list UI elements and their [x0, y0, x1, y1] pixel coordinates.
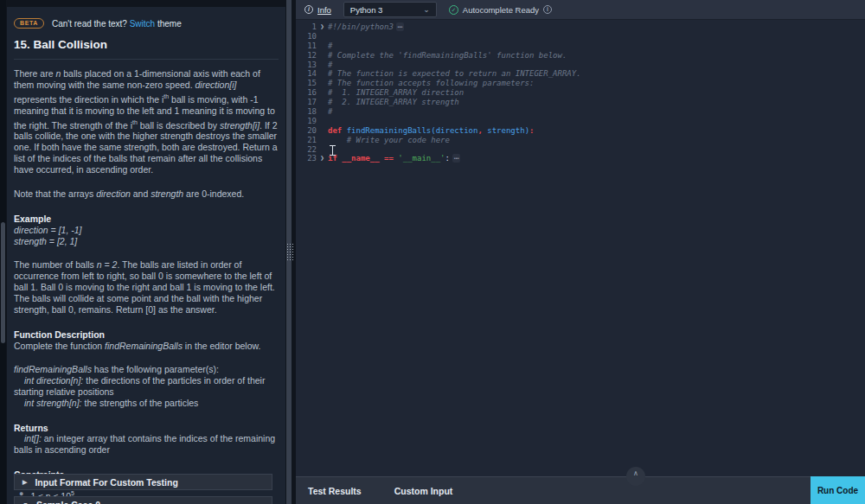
- fold-arrow-icon[interactable]: ❯: [317, 22, 328, 32]
- line-number: 23: [296, 154, 317, 163]
- fold-gutter: [317, 69, 328, 79]
- input-format-collapse-bar[interactable]: ▶ Input Format For Custom Testing: [14, 474, 272, 490]
- parameter-strength: int strength[n]: the strengths of the pa…: [14, 398, 279, 409]
- autocomplete-label: Autocomplete Ready: [463, 5, 539, 15]
- line-number: 15: [296, 79, 317, 88]
- info-icon: i: [304, 5, 313, 14]
- fold-gutter: [317, 98, 328, 107]
- code-text: #!/bin/python3⋯: [328, 22, 404, 32]
- problem-title: 15. Ball Collision: [14, 38, 279, 51]
- fold-gutter: [317, 136, 328, 145]
- parameters-intro: findRemainingBalls has the following par…: [14, 364, 279, 375]
- theme-switch-row: BETA Can't read the text? Switch theme: [14, 18, 279, 29]
- parameter-direction: int direction[n]: the directions of the …: [14, 375, 279, 398]
- code-line: 13#: [296, 61, 865, 70]
- code-line: 12# Complete the 'findRemainingBalls' fu…: [296, 51, 865, 61]
- text-cursor-pointer: [330, 145, 336, 156]
- line-number: 12: [296, 51, 317, 61]
- line-number: 10: [296, 32, 317, 41]
- code-line: 10: [296, 32, 865, 41]
- chevron-down-icon: ⌄: [423, 5, 430, 14]
- line-number: 16: [296, 88, 317, 98]
- autocomplete-status: ✓ Autocomplete Ready i: [449, 5, 552, 15]
- example-direction: direction = [1, -1]: [14, 225, 279, 236]
- fold-gutter: [317, 117, 328, 126]
- code-text: if __name__ == '__main__':⋯: [328, 154, 460, 163]
- code-line: 17# 2. INTEGER_ARRAY strength: [296, 98, 865, 107]
- code-line: 1❯#!/bin/python3⋯: [296, 22, 865, 32]
- example-heading: Example: [14, 214, 279, 224]
- editor-toolbar: i Info Python 3 ⌄ ✓ Autocomplete Ready i: [296, 0, 865, 20]
- line-number: 11: [296, 41, 317, 51]
- fold-gutter: [317, 107, 328, 117]
- sample-case-collapse-bar[interactable]: ▼ Sample Case 0: [14, 496, 272, 504]
- code-line: 11#: [296, 41, 865, 51]
- drag-handle-icon[interactable]: [286, 243, 295, 262]
- check-icon: ✓: [449, 5, 458, 15]
- code-text: #: [328, 41, 332, 51]
- zero-indexed-note: Note that the arrays direction and stren…: [14, 188, 279, 200]
- language-select-value: Python 3: [350, 5, 383, 15]
- editor-info-link[interactable]: i Info: [304, 5, 331, 15]
- code-line: 21 # Write your code here: [296, 136, 865, 145]
- code-text: # Write your code here: [328, 136, 450, 145]
- problem-description: There are n balls placed on a 1-dimensio…: [14, 68, 279, 175]
- problem-statement-panel: BETA Can't read the text? Switch theme 1…: [7, 7, 285, 504]
- example-explanation: The number of balls n = 2. The balls are…: [14, 259, 279, 316]
- fold-gutter: [317, 145, 328, 155]
- sample-case-label: Sample Case 0: [36, 500, 100, 504]
- code-text: # 1. INTEGER_ARRAY direction: [328, 88, 464, 98]
- line-number: 20: [296, 126, 317, 136]
- example-strength: strength = [2, 1]: [14, 236, 279, 247]
- code-line: 15# The function accepts following param…: [296, 79, 865, 88]
- fold-gutter: [317, 79, 328, 88]
- code-editor[interactable]: 1❯#!/bin/python3⋯1011#12# Complete the '…: [296, 20, 865, 476]
- code-line: 14# The function is expected to return a…: [296, 69, 865, 79]
- editor-footer-bar: ∧ Test Results Custom Input Run Code: [296, 476, 865, 504]
- code-line: 20def findRemainingBalls(direction, stre…: [296, 126, 865, 136]
- fold-gutter: [317, 32, 328, 41]
- line-number: 13: [296, 61, 317, 70]
- code-text: #: [328, 107, 332, 117]
- line-number: 19: [296, 117, 317, 126]
- challenge-page: BETA Can't read the text? Switch theme 1…: [0, 0, 865, 504]
- code-text: # Complete the 'findRemainingBalls' func…: [328, 51, 567, 61]
- line-number: 14: [296, 69, 317, 79]
- fold-gutter: [317, 41, 328, 51]
- chevron-up-icon: ∧: [633, 469, 638, 477]
- run-code-button[interactable]: Run Code: [811, 476, 865, 504]
- code-text: # The function accepts following paramet…: [328, 79, 534, 88]
- returns-heading: Returns: [14, 423, 279, 433]
- code-line: 22: [296, 145, 865, 155]
- line-number: 17: [296, 98, 317, 107]
- code-text: def findRemainingBalls(direction, streng…: [328, 126, 534, 136]
- function-description-intro: Complete the function findRemainingBalls…: [14, 341, 279, 352]
- language-select[interactable]: Python 3 ⌄: [343, 2, 437, 17]
- line-number: 1: [296, 22, 317, 32]
- theme-switch-prompt[interactable]: Can't read the text? Switch theme: [52, 19, 182, 29]
- fold-gutter: [317, 126, 328, 136]
- title-divider: [14, 59, 279, 60]
- fold-arrow-icon[interactable]: ❯: [317, 154, 328, 163]
- fold-gutter: [317, 51, 328, 61]
- tab-test-results[interactable]: Test Results: [308, 486, 362, 496]
- tab-custom-input[interactable]: Custom Input: [394, 486, 453, 496]
- line-number: 22: [296, 145, 317, 155]
- page-scrollbar[interactable]: [0, 0, 6, 504]
- expand-panel-handle[interactable]: ∧: [626, 467, 645, 486]
- code-line: 23❯if __name__ == '__main__':⋯: [296, 154, 865, 163]
- chevron-right-icon: ▶: [22, 479, 27, 486]
- line-number: 21: [296, 136, 317, 145]
- info-label: Info: [317, 5, 331, 15]
- code-text: # 2. INTEGER_ARRAY strength: [328, 98, 459, 107]
- fold-gutter: [317, 61, 328, 70]
- code-editor-panel: i Info Python 3 ⌄ ✓ Autocomplete Ready i…: [296, 0, 865, 504]
- page-scrollbar-thumb[interactable]: [1, 222, 5, 343]
- beta-badge: BETA: [14, 18, 44, 29]
- code-line: 18#: [296, 107, 865, 117]
- info-icon[interactable]: i: [543, 5, 552, 14]
- code-line: 16# 1. INTEGER_ARRAY direction: [296, 88, 865, 98]
- fold-gutter: [317, 88, 328, 98]
- code-text: # The function is expected to return an …: [328, 69, 581, 79]
- panel-divider: [285, 0, 296, 504]
